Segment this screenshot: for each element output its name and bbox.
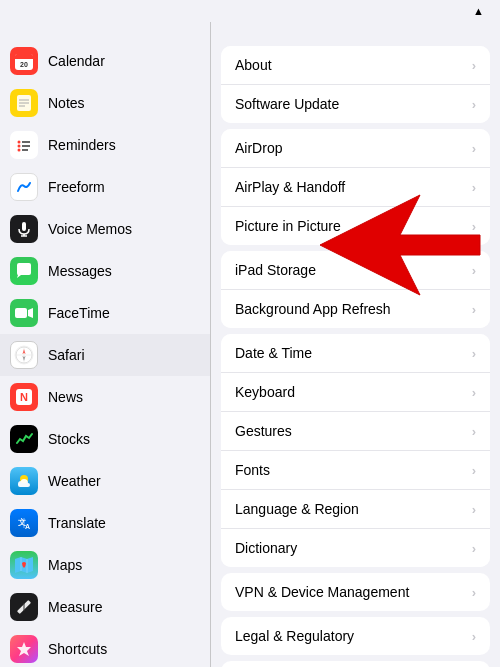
- chevron-right-icon: ›: [472, 385, 476, 400]
- settings-group-5: Legal & Regulatory›: [221, 617, 490, 655]
- settings-row-label: Gestures: [235, 423, 292, 439]
- chevron-right-icon: ›: [472, 502, 476, 517]
- chevron-right-icon: ›: [472, 180, 476, 195]
- sidebar-item-label-reminders: Reminders: [48, 137, 116, 153]
- settings-row-label: Legal & Regulatory: [235, 628, 354, 644]
- sidebar-item-freeform[interactable]: Freeform: [0, 166, 210, 208]
- chevron-right-icon: ›: [472, 58, 476, 73]
- wifi-icon: ▲: [473, 5, 484, 17]
- settings-row-label: Keyboard: [235, 384, 295, 400]
- settings-row[interactable]: Language & Region›: [221, 490, 490, 529]
- settings-row[interactable]: iPad Storage›: [221, 251, 490, 290]
- settings-group-0: About›Software Update›: [221, 46, 490, 123]
- maps-icon: [10, 551, 38, 579]
- svg-marker-19: [28, 308, 33, 318]
- sidebar-item-stocks[interactable]: Stocks: [0, 418, 210, 460]
- chevron-right-icon: ›: [472, 629, 476, 644]
- settings-row-label: Picture in Picture: [235, 218, 341, 234]
- app-container: ▲ 20CalendarNotesRemindersFreeformVoice …: [0, 0, 500, 667]
- chevron-right-icon: ›: [472, 541, 476, 556]
- sidebar-item-reminders[interactable]: Reminders: [0, 124, 210, 166]
- settings-row-label: Fonts: [235, 462, 270, 478]
- voicememos-icon: [10, 215, 38, 243]
- status-bar: ▲: [0, 0, 500, 22]
- settings-row-label: AirDrop: [235, 140, 282, 156]
- sidebar-item-label-maps: Maps: [48, 557, 82, 573]
- sidebar-item-label-voicememos: Voice Memos: [48, 221, 132, 237]
- svg-rect-2: [15, 57, 33, 59]
- chevron-right-icon: ›: [472, 141, 476, 156]
- settings-row[interactable]: VPN & Device Management›: [221, 573, 490, 611]
- detail-panel: About›Software Update›AirDrop›AirPlay & …: [210, 22, 500, 667]
- sidebar-item-label-translate: Translate: [48, 515, 106, 531]
- sidebar-item-shortcuts[interactable]: Shortcuts: [0, 628, 210, 667]
- reminders-icon: [10, 131, 38, 159]
- sidebar-item-safari[interactable]: Safari: [0, 334, 210, 376]
- svg-text:N: N: [20, 391, 28, 403]
- sidebar-item-messages[interactable]: Messages: [0, 250, 210, 292]
- settings-group-4: VPN & Device Management›: [221, 573, 490, 611]
- status-bar-right: ▲: [473, 5, 488, 17]
- chevron-right-icon: ›: [472, 97, 476, 112]
- sidebar-item-label-facetime: FaceTime: [48, 305, 110, 321]
- chevron-right-icon: ›: [472, 585, 476, 600]
- settings-row[interactable]: Legal & Regulatory›: [221, 617, 490, 655]
- svg-point-11: [18, 145, 21, 148]
- notes-icon: [10, 89, 38, 117]
- settings-row[interactable]: Keyboard›: [221, 373, 490, 412]
- chevron-right-icon: ›: [472, 346, 476, 361]
- sidebar-item-calendar[interactable]: 20Calendar: [0, 40, 210, 82]
- sidebar-item-label-shortcuts: Shortcuts: [48, 641, 107, 657]
- main-layout: 20CalendarNotesRemindersFreeformVoice Me…: [0, 22, 500, 667]
- chevron-right-icon: ›: [472, 302, 476, 317]
- sidebar-item-label-weather: Weather: [48, 473, 101, 489]
- messages-icon: [10, 257, 38, 285]
- sidebar-item-facetime[interactable]: FaceTime: [0, 292, 210, 334]
- shortcuts-icon: [10, 635, 38, 663]
- measure-icon: [10, 593, 38, 621]
- svg-rect-15: [22, 222, 26, 231]
- chevron-right-icon: ›: [472, 463, 476, 478]
- settings-row[interactable]: Background App Refresh›: [221, 290, 490, 328]
- svg-point-13: [18, 149, 21, 152]
- settings-row[interactable]: Fonts›: [221, 451, 490, 490]
- settings-row[interactable]: AirDrop›: [221, 129, 490, 168]
- settings-row-label: VPN & Device Management: [235, 584, 409, 600]
- settings-row[interactable]: Picture in Picture›: [221, 207, 490, 245]
- settings-row[interactable]: Gestures›: [221, 412, 490, 451]
- settings-row-label: Dictionary: [235, 540, 297, 556]
- sidebar-item-maps[interactable]: Maps: [0, 544, 210, 586]
- chevron-right-icon: ›: [472, 424, 476, 439]
- sidebar: 20CalendarNotesRemindersFreeformVoice Me…: [0, 22, 210, 667]
- chevron-right-icon: ›: [472, 219, 476, 234]
- chevron-right-icon: ›: [472, 263, 476, 278]
- settings-row[interactable]: AirPlay & Handoff›: [221, 168, 490, 207]
- settings-row[interactable]: Dictionary›: [221, 529, 490, 567]
- sidebar-item-notes[interactable]: Notes: [0, 82, 210, 124]
- sidebar-item-voicememos[interactable]: Voice Memos: [0, 208, 210, 250]
- svg-text:A: A: [25, 523, 30, 530]
- settings-row-label: Language & Region: [235, 501, 359, 517]
- settings-row[interactable]: Software Update›: [221, 85, 490, 123]
- sidebar-item-label-messages: Messages: [48, 263, 112, 279]
- translate-icon: 文A: [10, 509, 38, 537]
- sidebar-item-measure[interactable]: Measure: [0, 586, 210, 628]
- sidebar-item-label-notes: Notes: [48, 95, 85, 111]
- sidebar-item-label-stocks: Stocks: [48, 431, 90, 447]
- sidebar-item-weather[interactable]: Weather: [0, 460, 210, 502]
- settings-row-label: Date & Time: [235, 345, 312, 361]
- svg-text:20: 20: [20, 61, 28, 68]
- safari-icon: [10, 341, 38, 369]
- freeform-icon: [10, 173, 38, 201]
- sidebar-item-translate[interactable]: 文ATranslate: [0, 502, 210, 544]
- settings-group-2: iPad Storage›Background App Refresh›: [221, 251, 490, 328]
- calendar-icon: 20: [10, 47, 38, 75]
- sidebar-header: [0, 22, 210, 40]
- settings-row[interactable]: About›: [221, 46, 490, 85]
- settings-row-label: iPad Storage: [235, 262, 316, 278]
- settings-row-label: AirPlay & Handoff: [235, 179, 345, 195]
- sidebar-item-news[interactable]: NNews: [0, 376, 210, 418]
- sidebar-item-label-calendar: Calendar: [48, 53, 105, 69]
- settings-row[interactable]: Date & Time›: [221, 334, 490, 373]
- settings-row[interactable]: Transfer or Reset iPad›: [221, 661, 490, 667]
